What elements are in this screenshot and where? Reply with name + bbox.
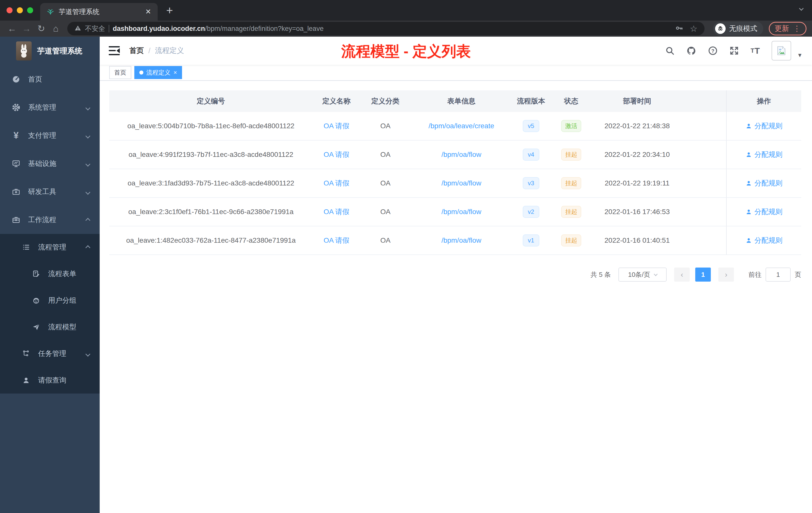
breadcrumb-home[interactable]: 首页 <box>129 46 144 56</box>
status-badge: 挂起 <box>561 177 581 189</box>
assign-rule-button[interactable]: 分配规则 <box>746 121 783 131</box>
column-header: 定义分类 <box>360 90 410 112</box>
sidebar-item-process-mgmt[interactable]: 流程管理 <box>0 234 100 261</box>
address-bar[interactable]: 不安全 dashboard.yudao.iocoder.cn/bpm/manag… <box>67 22 704 35</box>
column-header: 流程版本 <box>512 90 550 112</box>
definition-name-link[interactable]: OA 请假 <box>324 178 349 188</box>
tag-process-definition[interactable]: 流程定义 × <box>134 66 182 79</box>
font-size-icon[interactable]: TT <box>751 46 760 56</box>
table-header-row: 定义编号 定义名称 定义分类 表单信息 流程版本 状态 部署时间 操作 <box>109 90 801 112</box>
avatar[interactable] <box>772 41 791 60</box>
tab-title: 芋道管理系统 <box>59 7 141 16</box>
not-secure-label[interactable]: 不安全 <box>85 24 105 33</box>
column-header: 操作 <box>726 90 801 112</box>
sidebar-item-pay[interactable]: ¥ 支付管理 <box>0 121 100 150</box>
definition-category: OA <box>360 198 410 226</box>
new-tab-button[interactable]: + <box>166 4 173 16</box>
chevron-up-icon <box>86 216 90 224</box>
page-size-select[interactable]: 10条/页 <box>618 268 667 281</box>
sidebar-item-label: 研发工具 <box>28 187 56 197</box>
window-zoom-button[interactable] <box>27 7 33 13</box>
password-key-icon[interactable] <box>675 24 684 33</box>
sidebar-item-leave-query[interactable]: 请假查询 <box>0 367 100 394</box>
definition-name-link[interactable]: OA 请假 <box>324 207 349 217</box>
user-icon <box>746 209 752 215</box>
sidebar-fold-icon[interactable] <box>109 46 120 55</box>
help-icon[interactable]: ? <box>708 46 718 56</box>
avatar-dropdown-caret-icon[interactable]: ▾ <box>798 51 802 59</box>
window-close-button[interactable] <box>6 7 12 13</box>
sidebar-item-system[interactable]: 系统管理 <box>0 93 100 121</box>
page-number-current[interactable]: 1 <box>695 268 711 281</box>
assign-rule-button[interactable]: 分配规则 <box>746 150 783 159</box>
goto-page-input[interactable] <box>765 268 791 281</box>
assign-rule-button[interactable]: 分配规则 <box>746 178 783 188</box>
sidebar-item-dev[interactable]: 研发工具 <box>0 178 100 206</box>
window-minimize-button[interactable] <box>17 7 23 13</box>
sidebar-item-label: 基础设施 <box>28 159 56 169</box>
tag-close-icon[interactable]: × <box>174 69 177 76</box>
deploy-time: 2022-01-16 17:46:53 <box>592 198 682 226</box>
fullscreen-icon[interactable] <box>729 46 739 56</box>
breadcrumb: 首页 / 流程定义 <box>129 46 184 56</box>
assign-rule-button[interactable]: 分配规则 <box>746 207 783 217</box>
sidebar-logo[interactable]: 芋道管理系统 <box>0 37 100 65</box>
update-label[interactable]: 更新 <box>775 24 789 34</box>
column-header: 状态 <box>550 90 592 112</box>
browser-tab[interactable]: 芋道管理系统 ✕ <box>40 3 158 21</box>
sidebar-item-workflow[interactable]: 工作流程 <box>0 206 100 234</box>
prev-page-button[interactable]: ‹ <box>674 268 690 281</box>
reload-button[interactable]: ↻ <box>35 24 48 33</box>
next-page-button[interactable]: › <box>718 268 734 281</box>
github-icon[interactable] <box>686 46 696 56</box>
home-button[interactable]: ⌂ <box>49 24 62 33</box>
sidebar-item-infra[interactable]: 基础设施 <box>0 150 100 178</box>
sidebar-item-task-mgmt[interactable]: 任务管理 <box>0 340 100 367</box>
goto-page: 前往 页 <box>749 268 801 281</box>
chevron-down-icon <box>86 131 90 140</box>
browser-update-button[interactable]: 更新 ⋮ <box>769 22 807 35</box>
goto-label: 前往 <box>749 270 761 279</box>
column-header: 部署时间 <box>592 90 682 112</box>
bookmark-star-icon[interactable]: ☆ <box>690 24 697 34</box>
status-badge: 激活 <box>561 120 581 132</box>
definition-name-link[interactable]: OA 请假 <box>324 150 349 159</box>
row-spacer <box>682 169 726 197</box>
omnibox-divider <box>109 25 109 32</box>
incognito-badge: 无痕模式 <box>713 22 763 36</box>
definition-id: oa_leave:2:3c1f0ef1-76b1-11ec-9c66-a2380… <box>109 198 313 226</box>
definition-name-link[interactable]: OA 请假 <box>324 121 349 131</box>
back-button[interactable]: ← <box>5 24 19 33</box>
tag-home[interactable]: 首页 <box>109 66 131 79</box>
sidebar: 芋道管理系统 首页 系统管理 ¥ <box>0 37 100 513</box>
sidebar-item-process-form[interactable]: 流程表单 <box>0 261 100 287</box>
sidebar-menu: 首页 系统管理 ¥ 支付管理 <box>0 65 100 394</box>
form-info-link[interactable]: /bpm/oa/flow <box>441 151 481 159</box>
navbar-actions: ? TT ▾ <box>665 41 802 60</box>
column-header: 定义编号 <box>109 90 313 112</box>
tab-close-icon[interactable]: ✕ <box>145 8 151 15</box>
url-text[interactable]: dashboard.yudao.iocoder.cn/bpm/manager/d… <box>113 25 324 33</box>
browser-tab-strip: 芋道管理系统 ✕ + <box>0 0 812 21</box>
version-badge: v5 <box>523 120 539 132</box>
chevron-down-icon <box>86 188 90 196</box>
form-info-link[interactable]: /bpm/oa/flow <box>441 236 481 244</box>
search-icon[interactable] <box>665 46 675 56</box>
tab-search-icon[interactable] <box>800 6 803 11</box>
browser-menu-kebab-icon[interactable]: ⋮ <box>793 25 801 32</box>
version-badge: v4 <box>523 149 539 161</box>
sidebar-item-home[interactable]: 首页 <box>0 65 100 93</box>
sidebar-item-user-group[interactable]: 用户分组 <box>0 287 100 314</box>
definition-id: oa_leave:4:991f2193-7b7f-11ec-a3c8-acde4… <box>109 141 313 169</box>
page-size-value: 10条/页 <box>628 270 650 279</box>
assign-rule-button[interactable]: 分配规则 <box>746 236 783 245</box>
form-info-link[interactable]: /bpm/oa/flow <box>441 179 481 187</box>
table-row: oa_leave:3:1fad3d93-7b75-11ec-a3c8-acde4… <box>109 169 801 198</box>
definition-id: oa_leave:1:482ec033-762a-11ec-8477-a2380… <box>109 227 313 254</box>
row-spacer <box>682 141 726 169</box>
form-info-link[interactable]: /bpm/oa/flow <box>441 208 481 216</box>
forward-button[interactable]: → <box>20 24 33 33</box>
definition-name-link[interactable]: OA 请假 <box>324 236 349 245</box>
form-info-link[interactable]: /bpm/oa/leave/create <box>429 122 494 130</box>
sidebar-item-process-model[interactable]: 流程模型 <box>0 314 100 340</box>
